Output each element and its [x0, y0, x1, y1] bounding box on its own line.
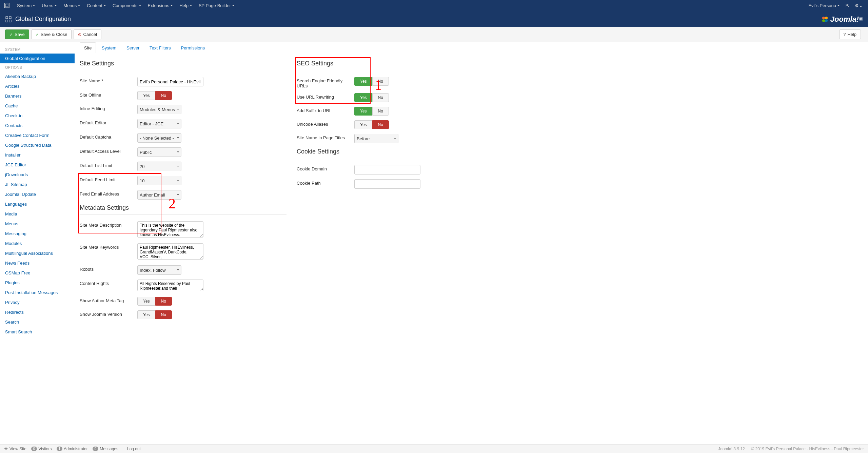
default-feed-limit-select[interactable]: 10 [137, 176, 181, 185]
sidebar-item[interactable]: Smart Search [0, 327, 75, 337]
right-column: SEO Settings Search Engine Friendly URLs… [297, 60, 504, 324]
sidebar-item[interactable]: Modules [0, 239, 75, 248]
meta-desc-textarea[interactable] [137, 221, 203, 238]
tab-site[interactable]: Site [80, 42, 96, 53]
menu-system[interactable]: System [14, 0, 38, 11]
caret-down-icon [33, 5, 35, 6]
svg-rect-3 [9, 17, 11, 19]
default-captcha-select[interactable]: - None Selected - [137, 133, 181, 143]
opt-no[interactable]: No [372, 107, 389, 116]
save-close-button[interactable]: ✓Save & Close [31, 29, 72, 39]
show-joomla-toggle[interactable]: Yes No [137, 310, 172, 319]
show-author-label: Show Author Meta Tag [80, 297, 137, 303]
sidebar-item[interactable]: JL Sitemap [0, 180, 75, 189]
tab-permissions[interactable]: Permissions [176, 42, 209, 53]
svg-point-8 [822, 19, 825, 22]
opt-yes[interactable]: Yes [137, 297, 155, 306]
opt-yes[interactable]: Yes [354, 77, 372, 86]
site-name-input[interactable] [137, 77, 203, 86]
menu-sp-page-builder[interactable]: SP Page Builder [195, 0, 238, 11]
feed-email-select[interactable]: Author Email [137, 190, 181, 200]
sidebar-item[interactable]: News Feeds [0, 258, 75, 268]
cookie-path-input[interactable] [354, 179, 420, 189]
caret-down-icon [104, 5, 106, 6]
opt-no[interactable]: No [372, 77, 389, 86]
caret-down-icon [860, 6, 862, 7]
sidebar-item[interactable]: Languages [0, 199, 75, 209]
help-button[interactable]: ?Help [839, 29, 861, 39]
save-button[interactable]: ✓Save [5, 29, 29, 39]
svg-rect-1 [5, 4, 8, 7]
sidebar-item[interactable]: Joomla! Update [0, 189, 75, 199]
default-list-limit-select[interactable]: 20 [137, 162, 181, 171]
sidebar-item-global-configuration[interactable]: Global Configuration [0, 54, 75, 63]
sidebar-item[interactable]: OSMap Free [0, 268, 75, 278]
opt-yes[interactable]: Yes [137, 91, 155, 100]
tab-text-filters[interactable]: Text Filters [145, 42, 175, 53]
menu-user[interactable]: Evil's Persona [805, 0, 843, 11]
default-access-select[interactable]: Public [137, 147, 181, 157]
opt-no[interactable]: No [155, 297, 172, 306]
sidebar-item[interactable]: JCE Editor [0, 160, 75, 170]
sidebar-item[interactable]: Post-Installation Messages [0, 288, 75, 297]
caret-down-icon [55, 5, 57, 6]
cancel-button[interactable]: ⊘Cancel [74, 29, 101, 39]
sidebar-item[interactable]: Menus [0, 219, 75, 229]
show-author-toggle[interactable]: Yes No [137, 297, 172, 306]
menu-menus[interactable]: Menus [60, 0, 83, 11]
sidebar-item[interactable]: Redirects [0, 307, 75, 317]
sidebar-item[interactable]: Installer [0, 150, 75, 160]
menu-components[interactable]: Components [109, 0, 144, 11]
svg-point-6 [822, 17, 825, 19]
site-offline-label: Site Offline [80, 91, 137, 98]
opt-no[interactable]: No [372, 120, 389, 129]
gear-icon[interactable]: ⚙ [852, 3, 865, 8]
sef-toggle[interactable]: Yes No [354, 77, 389, 86]
cookie-path-label: Cookie Path [297, 179, 354, 186]
unicode-aliases-toggle[interactable]: Yes No [354, 120, 389, 129]
sidebar-item[interactable]: Media [0, 209, 75, 219]
sidebar-item[interactable]: Contacts [0, 121, 75, 130]
sitename-pagetitles-select[interactable]: Before [354, 134, 398, 143]
menu-help[interactable]: Help [176, 0, 195, 11]
sidebar-item[interactable]: Google Structured Data [0, 140, 75, 150]
url-rewriting-toggle[interactable]: Yes No [354, 93, 389, 102]
sidebar-item[interactable]: Creative Contact Form [0, 130, 75, 140]
default-editor-select[interactable]: Editor - JCE [137, 119, 181, 128]
opt-yes[interactable]: Yes [354, 107, 372, 116]
tab-system[interactable]: System [97, 42, 121, 53]
sidebar-item[interactable]: Akeeba Backup [0, 71, 75, 81]
opt-no[interactable]: No [155, 310, 172, 319]
sidebar-item[interactable]: jDownloads [0, 170, 75, 180]
caret-down-icon [177, 166, 179, 167]
sidebar-item[interactable]: Plugins [0, 278, 75, 288]
opt-no[interactable]: No [155, 91, 172, 100]
opt-no[interactable]: No [372, 93, 389, 102]
opt-yes[interactable]: Yes [137, 310, 155, 319]
sidebar-header-system: SYSTEM [0, 45, 75, 54]
content-rights-textarea[interactable] [137, 280, 203, 291]
sidebar-item[interactable]: Privacy [0, 297, 75, 307]
menu-users[interactable]: Users [38, 0, 60, 11]
robots-select[interactable]: Index, Follow [137, 265, 181, 275]
sidebar-item[interactable]: Cache [0, 101, 75, 111]
inline-editing-select[interactable]: Modules & Menus [137, 105, 181, 114]
add-suffix-toggle[interactable]: Yes No [354, 107, 389, 116]
sidebar-item[interactable]: Search [0, 317, 75, 327]
opt-yes[interactable]: Yes [354, 93, 372, 102]
sidebar-item[interactable]: Articles [0, 81, 75, 91]
sidebar-item[interactable]: Messaging [0, 229, 75, 239]
menu-content[interactable]: Content [83, 0, 109, 11]
cookie-domain-input[interactable] [354, 165, 420, 174]
meta-keywords-textarea[interactable] [137, 243, 203, 260]
menu-extensions[interactable]: Extensions [144, 0, 176, 11]
external-link-icon[interactable]: ⇱ [843, 3, 852, 8]
sidebar-item[interactable]: Check-in [0, 111, 75, 121]
site-settings-heading: Site Settings [80, 60, 287, 70]
sidebar-item[interactable]: Multilingual Associations [0, 248, 75, 258]
tab-server[interactable]: Server [122, 42, 144, 53]
sidebar-item[interactable]: Banners [0, 91, 75, 101]
seo-settings-heading: SEO Settings [297, 60, 504, 70]
site-offline-toggle[interactable]: Yes No [137, 91, 172, 100]
opt-yes[interactable]: Yes [354, 120, 372, 129]
